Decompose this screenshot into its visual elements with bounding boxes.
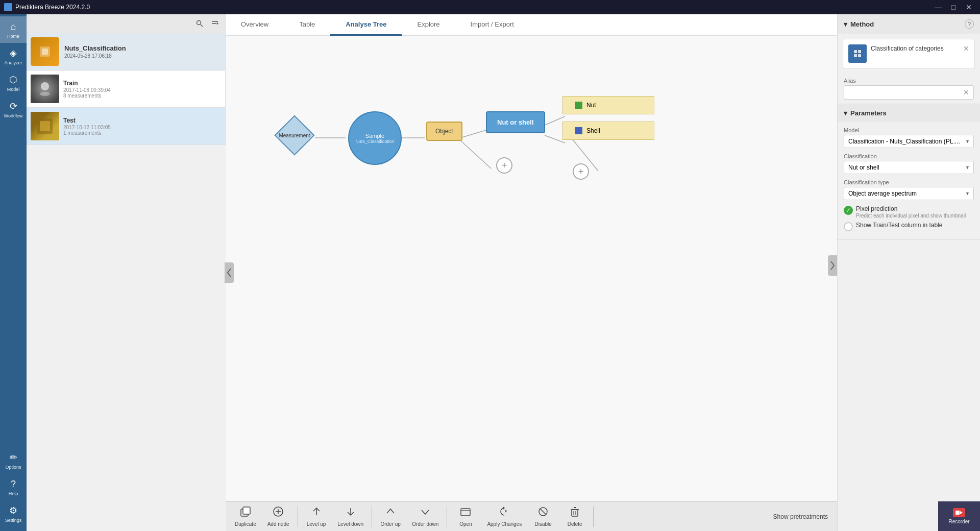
app-title: Prediktera Breeze 2024.2.0 xyxy=(15,4,90,11)
left-panel-collapse-button[interactable] xyxy=(225,262,234,283)
open-button[interactable]: Open xyxy=(450,504,481,529)
level-up-button[interactable]: Level up xyxy=(301,504,332,529)
alias-input[interactable]: ✕ xyxy=(844,85,974,100)
left-panel-wrapper: Nuts_Classification 2024-05-28 17:06:18 … xyxy=(27,14,226,531)
sidebar-item-label-model: Model xyxy=(7,87,20,92)
params-content: Model Classification - Nuts_Classificati… xyxy=(838,122,980,239)
item-name-train: Train xyxy=(63,80,221,87)
settings-icon: ⚙ xyxy=(7,504,19,517)
sidebar-item-help[interactable]: ? Help xyxy=(0,474,27,500)
model-icon: ⬡ xyxy=(7,74,19,86)
right-panel-expand-button[interactable] xyxy=(828,255,837,276)
home-icon: ⌂ xyxy=(7,20,19,33)
order-down-icon xyxy=(420,506,431,520)
item-thumbnail-test xyxy=(31,112,59,140)
dataset-name: Nuts_Classification xyxy=(64,44,221,52)
method-section: ▾ Method ? xyxy=(838,14,980,104)
node-sample[interactable]: Sample Nuts_Classification xyxy=(348,111,402,165)
tab-table[interactable]: Table xyxy=(284,14,330,36)
main-dataset[interactable]: Nuts_Classification 2024-05-28 17:06:18 xyxy=(27,33,225,70)
right-panel: ▾ Method ? xyxy=(837,14,980,531)
apply-changes-button[interactable]: Apply Changes xyxy=(482,504,527,529)
pixel-prediction-checkbox[interactable]: ✓ xyxy=(844,206,853,215)
order-down-button[interactable]: Order down xyxy=(407,504,444,529)
disable-label: Disable xyxy=(535,521,552,527)
classification-type-label: Classification type xyxy=(844,179,974,185)
node-object[interactable]: Object xyxy=(426,122,462,141)
main-content: Overview Table Analyse Tree Explore Impo… xyxy=(226,14,837,531)
sidebar-item-options[interactable]: ✏ Options xyxy=(0,447,27,474)
show-pretreatments-label: Show pretreatments xyxy=(768,511,833,522)
order-up-label: Order up xyxy=(380,521,400,527)
help-icon: ? xyxy=(7,478,19,490)
order-up-button[interactable]: Order up xyxy=(375,504,406,529)
svg-rect-28 xyxy=(572,510,578,516)
nut-color-indicator xyxy=(575,102,582,109)
node-nut[interactable]: Nut xyxy=(562,96,654,114)
method-card-info: Classification of categories xyxy=(871,44,944,53)
tab-explore[interactable]: Explore xyxy=(402,14,455,36)
sidebar-item-home[interactable]: ⌂ Home xyxy=(0,16,27,43)
method-help-icon[interactable]: ? xyxy=(965,19,974,29)
tab-analyse-tree[interactable]: Analyse Tree xyxy=(330,14,402,36)
add-node-button-2[interactable]: + xyxy=(573,163,589,180)
list-item-test[interactable]: Test 2017-10-12 11:03:05 1 measurements xyxy=(27,108,225,145)
sidebar-item-workflow[interactable]: ⟳ Workflow xyxy=(0,96,27,123)
sidebar-item-analyzer[interactable]: ◈ Analyzer xyxy=(0,43,27,69)
parameters-section-header[interactable]: ▾ Parameters xyxy=(838,104,980,122)
show-train-test-checkbox[interactable] xyxy=(844,222,853,231)
search-button[interactable] xyxy=(193,17,206,30)
order-down-label: Order down xyxy=(412,521,438,527)
item-count-train: 8 measurements xyxy=(63,93,221,99)
duplicate-button[interactable]: Duplicate xyxy=(230,504,261,529)
sidebar-item-settings[interactable]: ⚙ Settings xyxy=(0,500,27,527)
classification-type-select[interactable]: Object average spectrum xyxy=(844,187,974,200)
left-panel: Nuts_Classification 2024-05-28 17:06:18 … xyxy=(27,14,226,145)
add-node-button-1[interactable]: + xyxy=(496,157,512,174)
item-name-test: Test xyxy=(63,117,221,124)
recorder-icon xyxy=(953,508,965,517)
close-button[interactable]: ✕ xyxy=(962,0,976,14)
level-up-icon xyxy=(311,506,322,520)
level-down-button[interactable]: Level down xyxy=(333,504,369,529)
svg-line-16 xyxy=(545,135,565,143)
app-icon xyxy=(4,3,12,11)
method-section-header[interactable]: ▾ Method ? xyxy=(838,14,980,34)
options-icon: ✏ xyxy=(7,451,19,464)
dataset-list: Train 2017-11-08 09:39:04 8 measurements… xyxy=(27,70,225,145)
separator-4 xyxy=(593,506,594,527)
classification-select-wrapper: Nut or shell xyxy=(844,161,974,174)
tab-bar: Overview Table Analyse Tree Explore Impo… xyxy=(226,14,837,36)
alias-clear-button[interactable]: ✕ xyxy=(963,88,969,96)
add-node-toolbar-button[interactable]: Add node xyxy=(262,504,295,529)
classification-select[interactable]: Nut or shell xyxy=(844,161,974,174)
svg-rect-33 xyxy=(955,511,960,515)
tab-overview[interactable]: Overview xyxy=(226,14,284,36)
method-remove-button[interactable]: ✕ xyxy=(963,44,969,53)
maximize-button[interactable]: □ xyxy=(946,0,961,14)
minimize-button[interactable]: — xyxy=(931,0,945,14)
sort-button[interactable] xyxy=(209,17,221,30)
node-nutshell[interactable]: Nut or shell xyxy=(486,111,545,133)
delete-button[interactable]: Delete xyxy=(559,504,590,529)
node-measurement[interactable]: Measurement xyxy=(274,115,315,156)
item-info-test: Test 2017-10-12 11:03:05 1 measurements xyxy=(63,117,221,136)
nav-sidebar: ⌂ Home ◈ Analyzer ⬡ Model ⟳ Workflow ✏ O… xyxy=(0,14,27,531)
recorder-label: Recorder xyxy=(948,519,969,524)
sidebar-item-model[interactable]: ⬡ Model xyxy=(0,69,27,96)
sidebar-item-label-workflow: Workflow xyxy=(4,113,23,118)
node-shell[interactable]: Shell xyxy=(562,122,654,140)
list-item-train[interactable]: Train 2017-11-08 09:39:04 8 measurements xyxy=(27,70,225,108)
node-nut-label: Nut xyxy=(586,102,596,109)
recorder-button[interactable]: Recorder xyxy=(938,501,980,531)
model-select[interactable]: Classification - Nuts_Classification (PL… xyxy=(844,135,974,148)
sidebar-item-label-help: Help xyxy=(9,491,18,496)
node-sample-label: Sample xyxy=(365,133,384,139)
disable-button[interactable]: Disable xyxy=(528,504,558,529)
tab-import-export[interactable]: Import / Export xyxy=(455,14,529,36)
pixel-prediction-label: Pixel prediction xyxy=(856,205,966,212)
method-section-title: ▾ Method xyxy=(844,20,874,28)
left-panel-header xyxy=(27,14,225,33)
delete-icon xyxy=(569,506,580,520)
add-node-label: Add node xyxy=(267,521,289,527)
